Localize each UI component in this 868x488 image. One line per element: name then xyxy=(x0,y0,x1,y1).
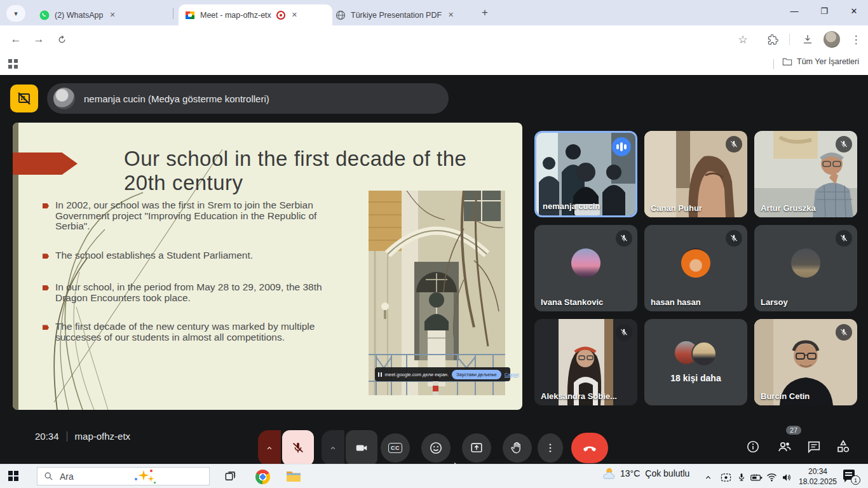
tab-close-icon[interactable]: ✕ xyxy=(108,11,116,19)
new-tab-button[interactable]: + xyxy=(482,6,488,19)
meet-control-bar: 20:34 map-ofhz-etx CC xyxy=(0,410,868,464)
notification-count-badge: 1 xyxy=(851,475,860,485)
tab-pdf[interactable]: Türkiye Presentation PDF ✕ xyxy=(329,4,480,25)
school-building-photo xyxy=(369,191,505,395)
camera-toggle-button[interactable] xyxy=(346,430,377,466)
mic-options-chevron[interactable] xyxy=(258,430,281,466)
tab-close-icon[interactable]: ✕ xyxy=(290,11,299,19)
participant-tile-nemanja-cucin[interactable]: nemanja cucin xyxy=(534,131,637,217)
participant-tile-artur-gruszka[interactable]: Artur Gruszka xyxy=(754,131,857,217)
file-explorer-button[interactable] xyxy=(285,468,302,485)
downloads-icon[interactable] xyxy=(799,31,816,48)
tray-expand-chevron[interactable] xyxy=(699,468,717,486)
file-explorer-icon xyxy=(286,470,301,483)
stop-sharing-button[interactable]: Заустави дељење xyxy=(452,370,501,379)
window-close-button[interactable]: ✕ xyxy=(840,0,868,22)
browser-toolbar: ← → ☆ ⋮ meet.google.com/map-ofhz-etx xyxy=(0,25,868,53)
mic-off-icon xyxy=(616,230,632,247)
meet-stage: nemanja cucin (Medya gösterme kontroller… xyxy=(0,75,868,464)
notification-center-button[interactable]: 1 xyxy=(843,470,857,482)
chrome-taskbar-button[interactable] xyxy=(254,468,271,485)
slide-bullet: In our school, in the period from May 28… xyxy=(43,282,349,303)
participant-tile-burcin-cetin[interactable]: Burcin Cetin xyxy=(754,319,857,405)
profile-avatar[interactable] xyxy=(824,31,840,48)
hide-notification-link[interactable]: Сакриј xyxy=(505,372,519,377)
people-icon xyxy=(777,439,792,454)
weather-temperature: 13°C xyxy=(620,468,640,478)
globe-icon xyxy=(336,10,346,20)
chat-icon xyxy=(807,440,821,454)
browser-menu-icon[interactable]: ⋮ xyxy=(848,31,864,48)
bookmarks-divider xyxy=(773,59,774,69)
window-restore-button[interactable]: ❐ xyxy=(810,0,838,22)
people-button[interactable] xyxy=(776,438,793,455)
presenter-avatar xyxy=(53,88,75,109)
present-icon xyxy=(470,441,484,455)
weather-condition: Çok bulutlu xyxy=(645,468,689,478)
end-call-button[interactable] xyxy=(571,433,608,463)
clock-date: 18.02.2025 xyxy=(796,477,840,487)
screen-capture-tray-icon[interactable] xyxy=(717,468,735,486)
all-bookmarks-button[interactable]: Tüm Yer İşaretleri xyxy=(782,57,859,66)
tab-close-icon[interactable]: ✕ xyxy=(447,11,455,19)
participant-tile-overflow[interactable]: 18 kişi daha xyxy=(644,319,747,405)
bookmark-star-icon[interactable]: ☆ xyxy=(735,31,751,48)
participant-tile-hasan-hasan[interactable]: hasan hasan xyxy=(644,225,747,311)
search-placeholder: Ara xyxy=(60,471,128,482)
avatar xyxy=(791,248,820,278)
tab-meet[interactable]: Meet - map-ofhz-etx ✕ xyxy=(179,4,332,25)
copilot-sparkle-icon xyxy=(135,470,203,484)
present-screen-button[interactable] xyxy=(462,433,491,463)
apps-grid-icon[interactable] xyxy=(8,59,18,69)
whatsapp-icon xyxy=(39,10,50,20)
mic-off-icon xyxy=(291,441,305,455)
start-button[interactable] xyxy=(8,471,19,482)
forward-icon[interactable]: → xyxy=(31,31,47,48)
activities-button[interactable] xyxy=(835,438,851,455)
participant-tile-canan-puhur[interactable]: Canan Puhur xyxy=(644,131,747,217)
end-call-icon xyxy=(582,440,597,456)
taskbar-search[interactable]: Ara xyxy=(37,467,210,485)
participant-tile-aleksandra[interactable]: Aleksandra Sobie... xyxy=(534,319,637,405)
camera-options-chevron[interactable] xyxy=(322,430,344,466)
mic-off-icon xyxy=(726,230,742,247)
mic-toggle-button[interactable] xyxy=(282,430,314,466)
folder-icon xyxy=(782,57,792,66)
back-icon[interactable]: ← xyxy=(8,31,24,48)
reload-icon[interactable] xyxy=(53,31,70,48)
taskbar-clock[interactable]: 20:34 18.02.2025 xyxy=(796,466,840,487)
slide-bullet: The first decade of the new century was … xyxy=(43,322,349,342)
mic-off-icon xyxy=(616,324,632,341)
mic-off-icon xyxy=(836,230,852,247)
pause-icon xyxy=(378,372,382,377)
slide-bullet: In 2002, our school was the first in Sre… xyxy=(43,200,349,232)
meeting-details-button[interactable] xyxy=(745,438,761,455)
raise-hand-icon xyxy=(510,441,524,455)
raise-hand-button[interactable] xyxy=(503,433,532,463)
tab-search-button[interactable]: ▾ xyxy=(6,5,25,22)
weather-widget[interactable]: 13°C Çok bulutlu xyxy=(601,467,689,480)
chrome-icon xyxy=(255,470,270,484)
emoji-icon xyxy=(429,441,443,455)
chat-button[interactable] xyxy=(806,438,822,455)
tab-whatsapp[interactable]: (2) WhatsApp ✕ xyxy=(33,4,179,25)
reactions-button[interactable] xyxy=(421,433,451,463)
window-minimize-button[interactable]: — xyxy=(780,0,808,22)
extensions-icon[interactable] xyxy=(764,31,781,48)
search-icon xyxy=(44,471,53,481)
slide-bullet-list: In 2002, our school was the first in Sre… xyxy=(43,200,349,362)
captions-button[interactable]: CC xyxy=(381,433,410,463)
participant-tile-ivana-stankovic[interactable]: Ivana Stankovic xyxy=(534,225,637,311)
slide-bullet: The school establishes a Student Parliam… xyxy=(43,250,349,261)
tab-recording-indicator xyxy=(276,11,285,20)
speaking-indicator-icon xyxy=(612,137,631,156)
avatar xyxy=(681,248,710,278)
task-view-button[interactable] xyxy=(221,468,239,485)
more-options-button[interactable] xyxy=(538,433,563,463)
participant-tile-larsoy[interactable]: Larsoy xyxy=(754,225,857,311)
volume-tray-icon[interactable] xyxy=(778,468,796,486)
meeting-code: map-ofhz-etx xyxy=(75,431,131,442)
mic-off-icon xyxy=(836,136,852,152)
weather-icon xyxy=(601,467,615,480)
screen-share-notification: meet.google.com дели екран. Заустави дељ… xyxy=(375,367,510,381)
